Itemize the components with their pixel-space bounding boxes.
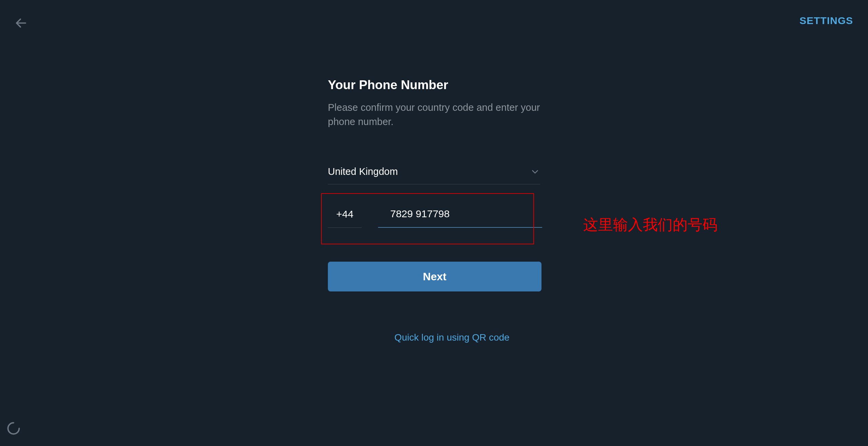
page-subtitle: Please confirm your country code and ent…	[328, 100, 542, 129]
chevron-down-icon	[530, 167, 540, 177]
login-form: Your Phone Number Please confirm your co…	[328, 78, 542, 343]
country-selector[interactable]: United Kingdom	[328, 166, 540, 184]
arrow-left-icon	[14, 16, 28, 30]
settings-link[interactable]: SETTINGS	[800, 15, 853, 26]
annotation-text: 这里输入我们的号码	[583, 215, 717, 235]
phone-number-input[interactable]: 7829 917798	[378, 208, 542, 228]
loading-spinner-icon	[6, 421, 21, 436]
country-name: United Kingdom	[328, 166, 398, 177]
qr-login-link[interactable]: Quick log in using QR code	[328, 332, 542, 343]
country-code-input[interactable]: +44	[328, 208, 362, 228]
next-button[interactable]: Next	[328, 262, 541, 291]
page-title: Your Phone Number	[328, 78, 542, 92]
phone-input-row: +44 7829 917798	[328, 208, 542, 228]
back-button[interactable]	[14, 16, 28, 31]
